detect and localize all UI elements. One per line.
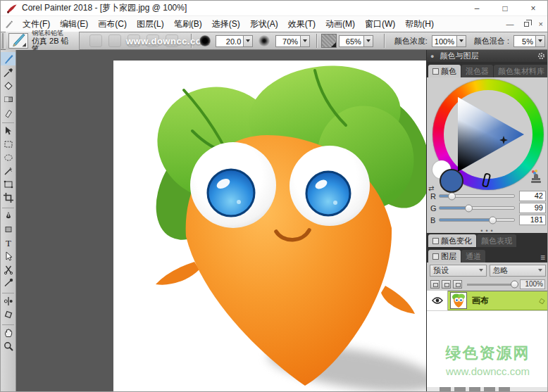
child-restore-icon[interactable] (524, 22, 529, 27)
minimize-button[interactable]: – (463, 1, 491, 16)
saturation-value-triangle[interactable] (445, 91, 531, 177)
rgb-sliders: R 42 G 99 B 181 ••• (427, 190, 548, 234)
svg-text:T: T (6, 237, 11, 248)
color-blend-dropdown-icon[interactable] (536, 35, 545, 47)
blue-value[interactable]: 181 (519, 215, 546, 225)
variability-tabbar: 颜色变化 颜色表现 (427, 233, 548, 247)
layer-link-icon[interactable] (453, 280, 462, 289)
tool-point-editor[interactable] (1, 276, 16, 289)
size-field[interactable]: 20.0 (216, 35, 253, 47)
site-watermark: 绿色资源网 www.downcc.com (427, 343, 548, 377)
tool-rect-shape[interactable] (1, 222, 16, 236)
size-dropdown-icon[interactable] (244, 35, 253, 47)
preserve-transparency-icon[interactable] (430, 280, 440, 289)
layer-opacity-slider[interactable] (467, 284, 515, 286)
tool-rect-select[interactable] (1, 137, 16, 151)
layer-opacity-value[interactable]: 100% (520, 279, 545, 289)
gear-icon[interactable] (537, 52, 545, 60)
rgb-row-0: R 42 (427, 190, 548, 202)
child-minimize-icon[interactable]: — (506, 20, 514, 28)
tool-kaleidoscope[interactable] (1, 308, 16, 321)
tab-channels[interactable]: 通道 (461, 250, 485, 263)
close-button[interactable]: × (519, 1, 547, 16)
site-watermark-name: 绿色资源网 (427, 343, 548, 364)
opacity-dropdown-icon[interactable] (301, 35, 310, 47)
tool-layer-adjuster[interactable] (1, 124, 16, 137)
menu-item-window[interactable]: 窗口(W) (360, 16, 400, 32)
menu-item-movie[interactable]: 动画(M) (320, 16, 360, 32)
layer-row-canvas[interactable]: 画布 ◇ (427, 291, 548, 310)
tool-lasso-select[interactable] (1, 151, 16, 164)
color-strength-field[interactable]: 100% (432, 35, 466, 47)
color-strength-label: 颜色浓度: (394, 36, 428, 46)
magic-wand-icon (3, 165, 14, 177)
menu-item-canvas[interactable]: 画布(C) (93, 16, 132, 32)
grain-field[interactable]: 65% (339, 35, 373, 47)
brush-selector[interactable]: 钢笔和铅笔 仿真 2B 铅笔 (6, 32, 80, 50)
tool-dropper[interactable] (1, 65, 16, 79)
kaleidoscope-icon (3, 309, 14, 320)
panel-resize-dots[interactable]: ••• (427, 227, 548, 234)
tab-layers[interactable]: 图层 (428, 250, 461, 263)
layer-lock-icon[interactable]: ◇ (537, 296, 545, 305)
tool-brush[interactable] (1, 52, 16, 65)
tool-text[interactable]: T (1, 236, 16, 249)
tab-color-variability[interactable]: 颜色变化 (428, 234, 476, 247)
color-set-stamp-icon[interactable] (529, 169, 543, 184)
opacity-field[interactable]: 70% (275, 35, 310, 47)
shape-select-icon (3, 251, 14, 262)
paint-bucket-icon (3, 80, 14, 91)
color-blend-field[interactable]: 5% (513, 35, 545, 47)
color-blend-value: 5% (513, 35, 536, 47)
menu-item-shapes[interactable]: 形状(A) (245, 16, 283, 32)
blue-slider[interactable] (439, 218, 515, 222)
eye-icon (432, 297, 443, 304)
pickup-underlying-icon[interactable] (442, 280, 451, 289)
tab-color-set[interactable]: 颜色集材料库 (494, 65, 548, 77)
green-value[interactable]: 99 (519, 203, 546, 213)
tab-mixer[interactable]: 混色器 (461, 65, 493, 77)
tool-shape-select[interactable] (1, 249, 16, 263)
color-tab-icon (432, 68, 439, 75)
tool-scissors[interactable] (1, 263, 16, 276)
layer-visibility-cell[interactable] (427, 291, 448, 310)
maximize-button[interactable]: □ (491, 1, 519, 16)
tool-crop[interactable] (1, 191, 16, 204)
rect-select-icon (3, 139, 14, 150)
layer-blend-dropdown[interactable]: 忽略 (490, 265, 547, 277)
layers-options-icon[interactable]: ≡ (538, 253, 547, 263)
red-slider[interactable] (439, 194, 515, 198)
menu-item-select[interactable]: 选择(S) (207, 16, 245, 32)
child-close-icon[interactable]: × (539, 20, 543, 28)
tool-mirror-painting[interactable] (1, 294, 16, 308)
tool-gradient[interactable] (1, 92, 16, 106)
main-color-swatch[interactable] (440, 169, 463, 193)
tool-paint-bucket[interactable] (1, 79, 16, 92)
tab-color-expression[interactable]: 颜色表现 (477, 234, 516, 247)
scissors-icon (3, 264, 14, 275)
panel-header[interactable]: ● 颜色与图层 (427, 50, 548, 62)
tool-magnifier[interactable] (1, 339, 16, 353)
grain-dropdown-icon[interactable] (364, 35, 373, 47)
tool-pen[interactable] (1, 209, 16, 222)
sv-cursor-icon[interactable] (499, 136, 508, 144)
menu-item-help[interactable]: 帮助(H) (400, 16, 439, 32)
red-value[interactable]: 42 (519, 191, 546, 201)
tool-grabber-hand[interactable] (1, 326, 16, 339)
tool-transform[interactable] (1, 177, 16, 191)
menu-item-layers[interactable]: 图层(L) (132, 16, 169, 32)
menu-item-brushes[interactable]: 笔刷(B) (169, 16, 207, 32)
document-canvas[interactable] (113, 61, 426, 392)
color-strength-dropdown-icon[interactable] (457, 35, 466, 47)
tool-magic-wand[interactable] (1, 164, 16, 177)
layers-tabbar: 图层 通道 ≡ (427, 247, 548, 263)
tool-eraser[interactable] (1, 106, 16, 119)
layer-preset-dropdown[interactable]: 预设 (430, 265, 487, 277)
tab-color[interactable]: 颜色 (428, 65, 461, 77)
green-slider[interactable] (439, 206, 515, 210)
tool-separator (2, 322, 14, 325)
mirror-painting-icon (3, 296, 14, 307)
tool-palette: T (1, 50, 16, 392)
menu-item-effects[interactable]: 效果(T) (283, 16, 320, 32)
layers-empty-area: 绿色资源网 www.downcc.com (427, 310, 548, 387)
